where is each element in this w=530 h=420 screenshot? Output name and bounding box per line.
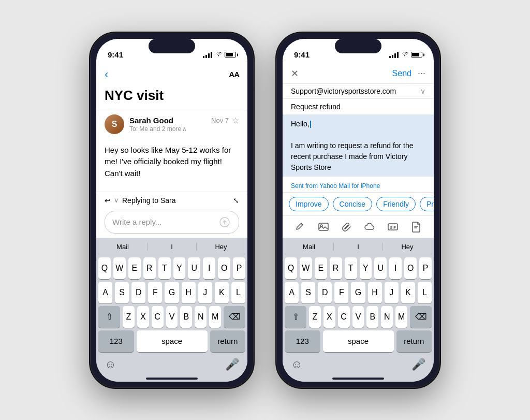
- key2-j[interactable]: J: [385, 282, 399, 303]
- key2-e[interactable]: E: [315, 257, 327, 279]
- key-k[interactable]: K: [215, 282, 229, 303]
- key2-backspace[interactable]: ⌫: [410, 306, 432, 328]
- subject-field[interactable]: Request refund: [283, 98, 434, 114]
- key-p[interactable]: P: [233, 257, 245, 279]
- attach-toolbar-icon[interactable]: [339, 219, 355, 235]
- key-f[interactable]: F: [148, 282, 162, 303]
- key-r[interactable]: R: [143, 257, 156, 279]
- key2-o[interactable]: O: [404, 257, 417, 279]
- close-button[interactable]: ✕: [291, 68, 299, 79]
- key2-f[interactable]: F: [334, 282, 348, 303]
- font-size-button[interactable]: AA: [229, 70, 239, 79]
- key2-a[interactable]: A: [285, 282, 299, 303]
- reply-chevron[interactable]: ∨: [114, 196, 119, 204]
- ai-chip-friendly[interactable]: Friendly: [376, 197, 416, 211]
- mic-button-1[interactable]: 🎤: [225, 358, 239, 371]
- key2-s[interactable]: S: [301, 282, 315, 303]
- key2-x[interactable]: X: [323, 306, 335, 328]
- key2-space[interactable]: space: [323, 330, 394, 352]
- key2-y[interactable]: Y: [360, 257, 372, 279]
- ai-chip-concise[interactable]: Concise: [333, 197, 373, 211]
- key2-c[interactable]: C: [338, 306, 350, 328]
- key-shift[interactable]: ⇧: [98, 306, 120, 328]
- more-options-button[interactable]: ···: [418, 68, 425, 79]
- key-b[interactable]: B: [180, 306, 192, 328]
- key2-g[interactable]: G: [351, 282, 365, 303]
- key-d[interactable]: D: [131, 282, 145, 303]
- key-h[interactable]: H: [182, 282, 196, 303]
- key-backspace[interactable]: ⌫: [224, 306, 245, 328]
- key-t[interactable]: T: [158, 257, 171, 279]
- suggestion-2[interactable]: I: [147, 243, 197, 251]
- key-space[interactable]: space: [137, 330, 208, 352]
- suggestion-2-2[interactable]: I: [333, 243, 383, 251]
- send-reply-button[interactable]: [218, 215, 231, 229]
- key2-v[interactable]: V: [352, 306, 364, 328]
- key2-p[interactable]: P: [419, 257, 432, 279]
- dynamic-island-2: [335, 39, 381, 53]
- emoji-button-1[interactable]: ☺: [105, 358, 116, 371]
- back-button[interactable]: ‹: [105, 68, 108, 81]
- key2-m[interactable]: M: [395, 306, 407, 328]
- key2-k[interactable]: K: [401, 282, 415, 303]
- key-a[interactable]: A: [98, 282, 112, 303]
- cloud-toolbar-icon[interactable]: [362, 219, 377, 235]
- reply-icon: ↩: [105, 196, 111, 205]
- key-q[interactable]: Q: [98, 257, 111, 279]
- key-u[interactable]: U: [188, 257, 200, 279]
- key-l[interactable]: L: [231, 282, 245, 303]
- key2-r[interactable]: R: [330, 257, 342, 279]
- key2-h[interactable]: H: [368, 282, 382, 303]
- doc-toolbar-icon[interactable]: [408, 219, 424, 235]
- star-icon[interactable]: ☆: [232, 115, 239, 125]
- key2-w[interactable]: W: [300, 257, 312, 279]
- key-s[interactable]: S: [115, 282, 129, 303]
- send-button[interactable]: Send: [392, 69, 411, 78]
- key2-i[interactable]: I: [389, 257, 402, 279]
- key-123[interactable]: 123: [98, 330, 134, 352]
- gif-toolbar-icon[interactable]: GIF: [385, 219, 401, 235]
- compose-body[interactable]: Hello, I am writing to request a refund …: [283, 114, 434, 177]
- email-body: Hey so looks like May 5-12 works for me!…: [96, 138, 247, 192]
- phone-1: 9:41: [89, 32, 255, 389]
- key-g[interactable]: G: [165, 282, 179, 303]
- emoji-button-2[interactable]: ☺: [291, 358, 302, 371]
- key2-u[interactable]: U: [374, 257, 387, 279]
- key2-d[interactable]: D: [318, 282, 332, 303]
- key-i[interactable]: I: [203, 257, 215, 279]
- key2-q[interactable]: Q: [285, 257, 297, 279]
- ai-chip-professional[interactable]: Professional: [420, 197, 434, 211]
- key-w[interactable]: W: [113, 257, 126, 279]
- key2-123[interactable]: 123: [285, 330, 320, 352]
- key2-t[interactable]: T: [345, 257, 357, 279]
- key-z[interactable]: Z: [123, 306, 135, 328]
- suggestion-2-3[interactable]: Hey: [383, 243, 432, 251]
- key-o[interactable]: O: [218, 257, 230, 279]
- key2-return[interactable]: return: [396, 330, 432, 352]
- key-c[interactable]: C: [152, 306, 164, 328]
- key2-b[interactable]: B: [366, 306, 378, 328]
- key2-n[interactable]: N: [381, 306, 393, 328]
- key2-shift[interactable]: ⇧: [285, 306, 306, 328]
- key-e[interactable]: E: [128, 257, 141, 279]
- key-x[interactable]: X: [137, 306, 149, 328]
- keyboard-suggestions-1: Mail I Hey: [98, 241, 245, 254]
- key2-z[interactable]: Z: [309, 306, 321, 328]
- to-field[interactable]: Support@victorysportsstore.com ∨: [283, 83, 434, 98]
- pen-toolbar-icon[interactable]: [292, 219, 308, 235]
- mic-button-2[interactable]: 🎤: [411, 358, 425, 371]
- image-toolbar-icon[interactable]: [316, 219, 331, 235]
- suggestion-3[interactable]: Hey: [197, 243, 245, 251]
- key-y[interactable]: Y: [173, 257, 186, 279]
- suggestion-1[interactable]: Mail: [98, 243, 147, 251]
- expand-button[interactable]: ⤡: [233, 196, 239, 205]
- key-v[interactable]: V: [166, 306, 178, 328]
- key-n[interactable]: N: [195, 306, 207, 328]
- key-return[interactable]: return: [210, 330, 246, 352]
- key-m[interactable]: M: [209, 306, 221, 328]
- key2-l[interactable]: L: [418, 282, 432, 303]
- ai-chip-improve[interactable]: Improve: [289, 197, 329, 211]
- suggestion-2-1[interactable]: Mail: [285, 243, 333, 251]
- reply-input-area[interactable]: Write a reply...: [105, 211, 239, 234]
- key-j[interactable]: J: [198, 282, 212, 303]
